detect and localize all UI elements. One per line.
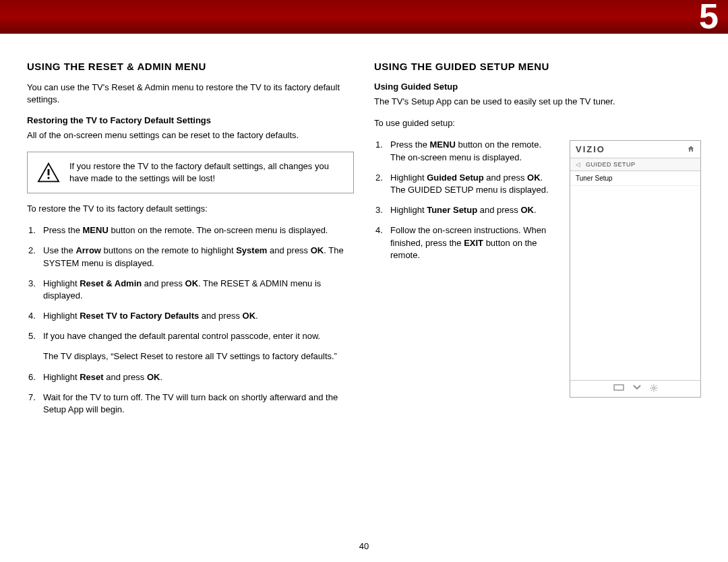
tv-footer — [570, 380, 700, 397]
content: USING THE RESET & ADMIN MENU You can use… — [0, 34, 728, 424]
left-subintro: All of the on-screen menu settings can b… — [27, 129, 354, 142]
home-icon — [687, 145, 695, 154]
warning-box: If you restore the TV to the factory def… — [27, 152, 354, 193]
right-steps-wrap: Press the MENU button on the remote. The… — [374, 139, 557, 398]
chapter-number: 5 — [699, 0, 719, 36]
right-step-1: Press the MENU button on the remote. The… — [374, 139, 557, 163]
vizio-logo: VIZIO — [576, 144, 605, 154]
tv-crumb-text: GUIDED SETUP — [586, 161, 636, 168]
left-steps: Press the MENU button on the remote. The… — [27, 224, 354, 416]
left-subheading: Restoring the TV to Factory Default Sett… — [27, 115, 354, 125]
svg-rect-1 — [48, 169, 50, 175]
restore-intro: To restore the TV to its factory default… — [27, 203, 354, 215]
tv-breadcrumb: ◁ GUIDED SETUP — [570, 158, 700, 171]
header-bar: 5 — [0, 0, 728, 34]
chevron-down-icon — [632, 384, 642, 394]
svg-rect-3 — [614, 385, 624, 390]
left-intro: You can use the TV's Reset & Admin menu … — [27, 82, 354, 106]
tv-menu-item-tuner: Tuner Setup — [570, 171, 700, 186]
svg-line-12 — [655, 385, 657, 387]
left-step-5: If you have changed the default parental… — [27, 330, 354, 363]
back-arrow-icon: ◁ — [576, 161, 580, 168]
left-step-2: Use the Arrow buttons on the remote to h… — [27, 245, 354, 269]
left-column: USING THE RESET & ADMIN MENU You can use… — [27, 61, 354, 424]
tv-menu-screenshot: VIZIO ◁ GUIDED SETUP Tuner Setup — [570, 140, 701, 398]
svg-line-10 — [655, 390, 657, 392]
wide-icon — [613, 384, 624, 394]
left-heading: USING THE RESET & ADMIN MENU — [27, 61, 354, 72]
svg-line-9 — [651, 385, 653, 387]
svg-point-4 — [653, 387, 655, 390]
tv-body — [570, 186, 700, 380]
svg-rect-2 — [48, 177, 50, 179]
left-step-1: Press the MENU button on the remote. The… — [27, 224, 354, 237]
right-use-intro: To use guided setup: — [374, 117, 701, 129]
left-step-7: Wait for the TV to turn off. The TV will… — [27, 392, 354, 416]
right-heading: USING THE GUIDED SETUP MENU — [374, 61, 701, 72]
left-step-6: Highlight Reset and press OK. — [27, 371, 354, 383]
left-step-3: Highlight Reset & Admin and press OK. Th… — [27, 278, 354, 302]
right-steps: Press the MENU button on the remote. The… — [374, 139, 557, 261]
warning-icon — [37, 162, 60, 183]
right-subheading: Using Guided Setup — [374, 82, 701, 92]
page-number: 40 — [0, 541, 728, 551]
right-step-2: Highlight Guided Setup and press OK. The… — [374, 172, 557, 196]
left-step-4: Highlight Reset TV to Factory Defaults a… — [27, 310, 354, 322]
warning-text: If you restore the TV to the factory def… — [69, 160, 344, 185]
tv-header: VIZIO — [570, 141, 700, 158]
gear-icon — [650, 384, 658, 394]
right-step-4: Follow the on-screen instructions. When … — [374, 224, 557, 261]
right-step-3: Highlight Tuner Setup and press OK. — [374, 204, 557, 216]
right-intro: The TV's Setup App can be used to easily… — [374, 96, 701, 108]
right-split: Press the MENU button on the remote. The… — [374, 139, 701, 398]
svg-line-11 — [651, 390, 653, 392]
right-column: USING THE GUIDED SETUP MENU Using Guided… — [374, 61, 701, 424]
